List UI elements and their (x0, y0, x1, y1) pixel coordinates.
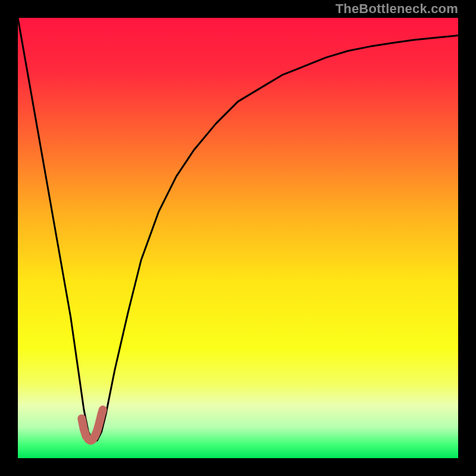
plot-area (18, 18, 458, 458)
watermark-label: TheBottleneck.com (336, 1, 458, 17)
chart-frame: TheBottleneck.com (0, 0, 476, 476)
bottleneck-curve (18, 18, 458, 458)
